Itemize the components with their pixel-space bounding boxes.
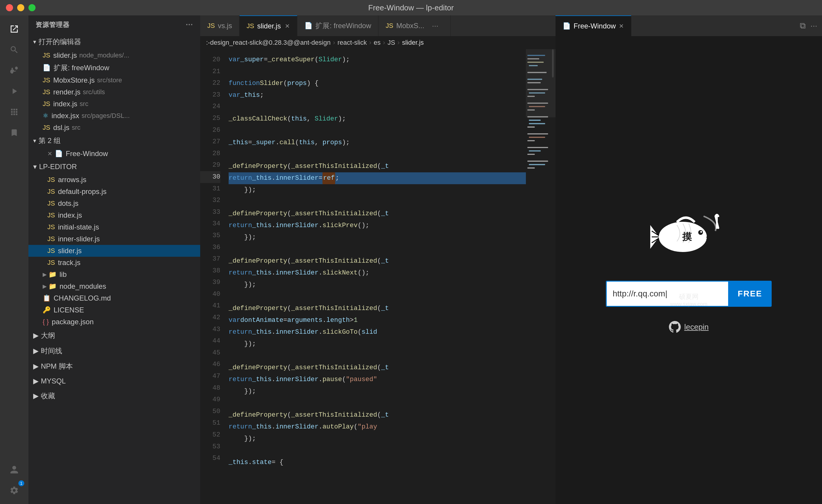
svg-point-32 — [700, 231, 702, 233]
tab-freewindow[interactable]: 📄 扩展: freeWindow — [297, 15, 378, 36]
close-icon[interactable]: ✕ — [47, 150, 52, 157]
github-link[interactable]: lecepin — [669, 321, 709, 333]
file-dots[interactable]: JS dots.js — [28, 197, 200, 209]
activity-extensions[interactable] — [5, 103, 23, 121]
activity-bookmarks[interactable] — [5, 124, 23, 141]
open-editor-freewindow[interactable]: 📄 扩展: freeWindow — [28, 61, 200, 74]
sidebar: 资源管理器 ··· ▾ 打开的编辑器 JS slider.js node_mod… — [28, 15, 200, 504]
open-editor-dsl[interactable]: JS dsl.js src — [28, 122, 200, 133]
code-line-43: return _this.innerSlider.slickGoTo(slid — [229, 326, 526, 338]
code-line-39: }); — [229, 279, 526, 291]
file-changelog[interactable]: 📋 CHANGELOG.md — [28, 292, 200, 304]
activity-explorer[interactable] — [5, 20, 23, 38]
activity-settings[interactable]: 1 — [5, 482, 23, 499]
file-slider[interactable]: JS slider.js — [28, 245, 200, 257]
open-editors-section[interactable]: ▾ 打开的编辑器 — [28, 34, 200, 49]
mysql-arrow: ▶ — [33, 377, 38, 385]
code-line-46: _defineProperty(_assertThisInitialized(_… — [229, 362, 526, 374]
split-editor-icon[interactable]: ⧉ — [800, 21, 806, 31]
folder-icon: 📁 — [49, 283, 57, 290]
activity-run[interactable] — [5, 82, 23, 100]
folder-arrow: ▶ — [43, 271, 47, 278]
svg-rect-22 — [529, 150, 541, 152]
code-line-38: return _this.innerSlider.slickNext(); — [229, 267, 526, 279]
minimize-button[interactable] — [17, 4, 24, 11]
npm-label: NPM 脚本 — [41, 362, 73, 371]
json-icon: { } — [43, 318, 49, 326]
file-initial-state[interactable]: JS initial-state.js — [28, 221, 200, 233]
tab-mobxs[interactable]: JS MobxS... ··· — [378, 15, 450, 36]
code-line-27: _this = _super.call(this, props); — [229, 137, 526, 149]
more-actions-icon[interactable]: ··· — [810, 21, 817, 30]
file-name: node_modules — [59, 282, 106, 291]
code-line-47: return _this.innerSlider.pause("paused" — [229, 374, 526, 386]
open-editor-index-jsx[interactable]: ⚛ index.jsx src/pages/DSL... — [28, 110, 200, 122]
js-tab-icon: JS — [386, 22, 393, 30]
file-default-props[interactable]: JS default-props.js — [28, 186, 200, 197]
folder-node-modules[interactable]: ▶ 📁 node_modules — [28, 281, 200, 292]
file-path: src — [72, 124, 80, 131]
code-line-37: _defineProperty(_assertThisInitialized(_… — [229, 255, 526, 267]
free-window-tab[interactable]: 📄 Free-Window ✕ — [555, 15, 631, 36]
tab-close-button[interactable]: ✕ — [285, 22, 290, 30]
code-line-45 — [229, 350, 526, 362]
code-content[interactable]: var _super = _createSuper(Slider); funct… — [224, 49, 526, 504]
code-line-41: _defineProperty(_assertThisInitialized(_… — [229, 303, 526, 315]
code-line-36 — [229, 243, 526, 255]
tab-label: vs.js — [218, 22, 232, 30]
breadcrumb-part5: slider.js — [402, 39, 424, 46]
tab-label: 扩展: freeWindow — [315, 21, 371, 30]
file-package-json[interactable]: { } package.json — [28, 316, 200, 328]
file-name: track.js — [58, 259, 80, 267]
tab-vs-js[interactable]: JS vs.js — [200, 15, 240, 36]
favorites-section[interactable]: ▶ 收藏 — [28, 388, 200, 404]
mysql-section[interactable]: ▶ MYSQL — [28, 374, 200, 388]
open-editor-mobxstore[interactable]: JS MobxStore.js src/store — [28, 74, 200, 86]
close-button[interactable] — [6, 4, 13, 11]
file-track[interactable]: JS track.js — [28, 257, 200, 269]
open-editor-render[interactable]: JS render.js src/utils — [28, 86, 200, 98]
free-button[interactable]: FREE — [728, 281, 772, 307]
file-index[interactable]: JS index.js — [28, 209, 200, 221]
file-inner-slider[interactable]: JS inner-slider.js — [28, 233, 200, 245]
code-line-44: }); — [229, 338, 526, 350]
code-line-49 — [229, 397, 526, 409]
url-input[interactable] — [606, 281, 728, 307]
tab-more-button[interactable]: ··· — [427, 21, 443, 30]
file-path: node_modules/... — [79, 51, 129, 59]
panel-tab-close[interactable]: ✕ — [619, 22, 624, 30]
file-name: LICENSE — [54, 306, 84, 314]
code-editor[interactable]: 2021222324 2526272829 3031323334 3536373… — [200, 49, 555, 504]
lp-editor-section[interactable]: ▾ LP-EDITOR — [28, 160, 200, 174]
timeline-label: 时间线 — [41, 346, 62, 356]
svg-rect-26 — [527, 167, 535, 168]
file-tab-icon: 📄 — [304, 22, 312, 30]
group2-header[interactable]: ▾ 第 2 组 — [28, 133, 200, 148]
code-line-48: }); — [229, 386, 526, 397]
file-arrows[interactable]: JS arrows.js — [28, 174, 200, 186]
timeline-section[interactable]: ▶ 时间线 — [28, 343, 200, 359]
main-area: 1 资源管理器 ··· ▾ 打开的编辑器 JS slider.js node_m… — [0, 15, 822, 504]
code-line-21 — [229, 66, 526, 78]
maximize-button[interactable] — [28, 4, 36, 11]
activity-account[interactable] — [5, 461, 23, 479]
activity-scm[interactable] — [5, 62, 23, 79]
watermark-url: www.sxjaw.com — [670, 301, 707, 308]
file-name: index.js — [53, 100, 77, 108]
npm-section[interactable]: ▶ NPM 脚本 — [28, 359, 200, 374]
file-license[interactable]: 🔑 LICENSE — [28, 304, 200, 316]
group2-freewindow[interactable]: ✕ 📄 Free-Window — [28, 148, 200, 160]
js-icon: JS — [47, 235, 55, 243]
js-icon: JS — [47, 188, 55, 195]
sidebar-more[interactable]: ··· — [186, 20, 193, 29]
activity-search[interactable] — [5, 41, 23, 59]
file-name: default-props.js — [58, 187, 107, 196]
folder-lib[interactable]: ▶ 📁 lib — [28, 269, 200, 281]
tab-slider-js[interactable]: JS slider.js ✕ — [240, 15, 298, 36]
file-name: dots.js — [58, 199, 78, 207]
open-editor-index[interactable]: JS index.js src — [28, 98, 200, 110]
code-line-29: _defineProperty(_assertThisInitialized(_… — [229, 160, 526, 172]
js-icon: JS — [43, 88, 50, 96]
outline-section[interactable]: ▶ 大纲 — [28, 328, 200, 343]
open-editor-slider-js[interactable]: JS slider.js node_modules/... — [28, 49, 200, 61]
